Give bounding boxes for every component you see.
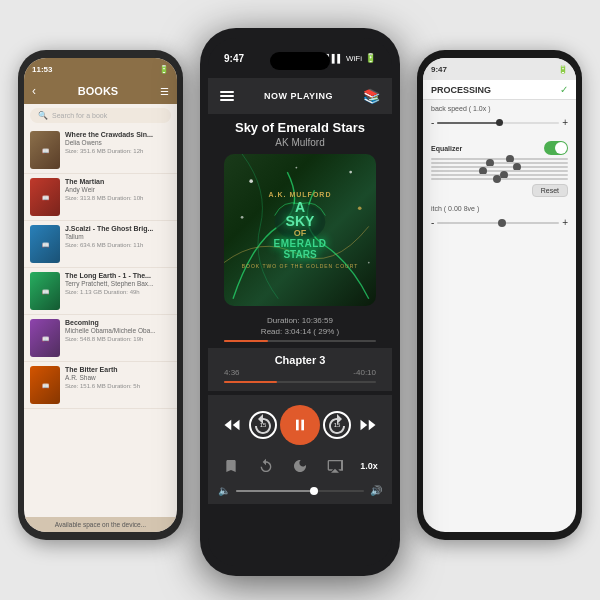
- list-item[interactable]: 📖 J.Scalzi - The Ghost Brig... Tallum Si…: [24, 221, 177, 268]
- center-progress-bar[interactable]: [224, 340, 376, 342]
- list-item[interactable]: 📖 The Bitter Earth A.R. Shaw Size: 151.6…: [24, 362, 177, 409]
- list-item[interactable]: 📖 Becoming Michelle Obama/Michele Oba...…: [24, 315, 177, 362]
- right-check-icon[interactable]: ✓: [560, 84, 568, 95]
- book-meta-5: Size: 548.8 MB Duration: 19h: [65, 336, 171, 342]
- book-title-4: The Long Earth - 1 - The...: [65, 272, 171, 280]
- battery-icon: 🔋: [365, 53, 376, 63]
- svg-marker-12: [361, 420, 368, 431]
- right-status-bar: 9:47 🔋: [423, 58, 576, 80]
- svg-point-2: [295, 167, 297, 169]
- book-cover-3: 📖: [30, 225, 60, 263]
- search-placeholder: Search for a book: [52, 112, 107, 119]
- eq-row-1: [431, 158, 568, 160]
- skip-back-button[interactable]: 15: [249, 411, 277, 439]
- book-meta-6: Size: 151.6 MB Duration: 5h: [65, 383, 171, 389]
- pitch-minus-btn[interactable]: -: [431, 217, 434, 228]
- toggle-knob: [555, 142, 567, 154]
- playback-speed-slider[interactable]: [437, 122, 559, 124]
- eq-row-3: [431, 166, 568, 168]
- book-cover-center: A.K. MULFORD ASKY OF EMERALD STARS BOOK …: [224, 154, 376, 306]
- eq-slider-4[interactable]: [431, 170, 568, 172]
- book-title-3: J.Scalzi - The Ghost Brig...: [65, 225, 171, 233]
- eq-slider-6[interactable]: [431, 178, 568, 180]
- cover-emerald: EMERALD: [242, 238, 359, 249]
- rewind-icon: [223, 416, 241, 434]
- right-title: PROCESSING: [431, 85, 560, 95]
- book-title-2: The Martian: [65, 178, 171, 186]
- list-item[interactable]: 📖 Where the Crawdads Sin... Delia Owens …: [24, 127, 177, 174]
- pitch-slider[interactable]: [437, 222, 559, 224]
- skip-forward-button[interactable]: 15: [323, 411, 351, 439]
- right-playback-section: back speed ( 1.0x ) - +: [423, 100, 576, 136]
- time-elapsed: 4:36: [224, 368, 240, 377]
- left-status-bar: 11:53 🔋: [24, 58, 177, 80]
- list-item[interactable]: 📖 The Long Earth - 1 - The... Terry Prat…: [24, 268, 177, 315]
- eq-slider-3[interactable]: [431, 166, 568, 168]
- bookmark-icon: [223, 458, 239, 474]
- speed-plus-btn[interactable]: +: [562, 117, 568, 128]
- book-author-4: Terry Pratchett, Stephen Bax...: [65, 280, 171, 287]
- pitch-label: itch ( 0.00 8ve ): [431, 205, 479, 212]
- pause-button[interactable]: [280, 405, 320, 445]
- book-author-5: Michelle Obama/Michele Oba...: [65, 327, 171, 334]
- volume-row: 🔈 🔊: [218, 483, 382, 498]
- phone-right-screen: 9:47 🔋 PROCESSING ✓ back speed ( 1.0x ) …: [423, 58, 576, 532]
- book-title-6: The Bitter Earth: [65, 366, 171, 374]
- eq-slider-1[interactable]: [431, 158, 568, 160]
- hamburger-line-1: [220, 91, 234, 93]
- left-search[interactable]: 🔍 Search for a book: [30, 108, 171, 123]
- book-cover-2: 📖: [30, 178, 60, 216]
- scene: 11:53 🔋 ‹ BOOKS ☰ 🔍 Search for a book 📖 …: [0, 0, 600, 600]
- svg-point-5: [368, 262, 370, 264]
- controls-area: 15 15: [208, 395, 392, 504]
- pause-icon: [292, 417, 308, 433]
- search-icon: 🔍: [38, 111, 48, 120]
- bookmark-button[interactable]: [218, 453, 244, 479]
- volume-slider[interactable]: [236, 490, 364, 492]
- right-pitch-section: itch ( 0.00 8ve ): [423, 202, 576, 215]
- cover-author: A.K. MULFORD: [242, 191, 359, 198]
- reset-button[interactable]: Reset: [532, 184, 568, 197]
- cover-of: OF: [242, 228, 359, 238]
- menu-icon[interactable]: [220, 91, 234, 101]
- airplay-button[interactable]: [322, 453, 348, 479]
- left-menu-icon[interactable]: ☰: [160, 86, 169, 97]
- status-icons: ▌▌▌ WiFi 🔋: [326, 53, 376, 63]
- chapter-progress[interactable]: [224, 381, 376, 383]
- library-icon[interactable]: 📚: [363, 88, 380, 104]
- book-cover-1: 📖: [30, 131, 60, 169]
- cover-stars: STARS: [242, 249, 359, 260]
- eq-slider-2[interactable]: [431, 162, 568, 164]
- wifi-icon: WiFi: [346, 54, 362, 63]
- speed-button[interactable]: 1.0x: [356, 453, 382, 479]
- svg-rect-10: [301, 420, 304, 431]
- left-header: ‹ BOOKS ☰: [24, 80, 177, 104]
- left-footer: Available space on the device...: [24, 517, 177, 532]
- center-nav: NOW PLAYING 📚: [208, 78, 392, 114]
- list-item[interactable]: 📖 The Martian Andy Weir Size: 313.8 MB D…: [24, 174, 177, 221]
- speed-minus-btn[interactable]: -: [431, 117, 434, 128]
- volume-low-icon: 🔈: [218, 485, 230, 496]
- fast-forward-button[interactable]: [354, 411, 382, 439]
- right-equalizer-section: Equalizer: [423, 136, 576, 202]
- phone-center-screen: 9:47 ▌▌▌ WiFi 🔋 NOW PLAYING 📚 Sky: [208, 38, 392, 566]
- svg-marker-7: [225, 420, 232, 431]
- book-author-3: Tallum: [65, 233, 171, 240]
- now-playing-label: NOW PLAYING: [264, 91, 333, 101]
- volume-thumb: [310, 487, 318, 495]
- repeat-button[interactable]: [253, 453, 279, 479]
- right-header: PROCESSING ✓: [423, 80, 576, 100]
- pitch-plus-btn[interactable]: +: [562, 217, 568, 228]
- cover-sky: ASKY: [242, 200, 359, 228]
- sleep-timer-button[interactable]: [287, 453, 313, 479]
- equalizer-toggle[interactable]: [544, 141, 568, 155]
- book-title-1: Where the Crawdads Sin...: [65, 131, 171, 139]
- eq-sliders: [431, 158, 568, 180]
- svg-marker-11: [369, 420, 376, 431]
- svg-rect-9: [296, 420, 299, 431]
- rewind-button[interactable]: [218, 411, 246, 439]
- svg-point-0: [249, 179, 253, 183]
- book-info-6: The Bitter Earth A.R. Shaw Size: 151.6 M…: [65, 366, 171, 389]
- fast-forward-icon: [359, 416, 377, 434]
- notch: [270, 52, 330, 70]
